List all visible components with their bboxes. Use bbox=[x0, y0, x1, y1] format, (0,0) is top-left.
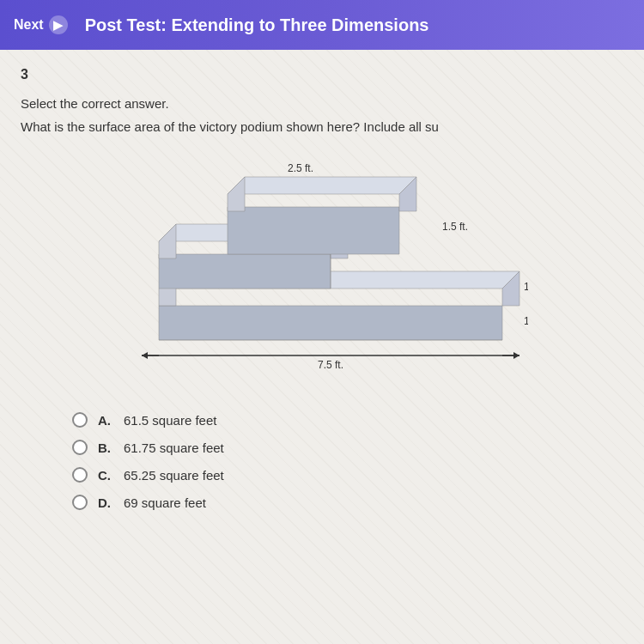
option-b[interactable]: B. 61.75 square feet bbox=[72, 440, 623, 455]
instruction-text: Select the correct answer. bbox=[21, 96, 623, 111]
main-content: 3 Select the correct answer. What is the… bbox=[0, 50, 644, 644]
label-right-height1: 1.5 ft. bbox=[524, 281, 528, 293]
svg-marker-5 bbox=[159, 254, 331, 289]
svg-marker-12 bbox=[228, 177, 245, 211]
radio-d[interactable] bbox=[72, 495, 88, 510]
label-top-width: 2.5 ft. bbox=[288, 162, 313, 174]
option-d[interactable]: D. 69 square feet bbox=[72, 495, 623, 510]
svg-marker-10 bbox=[228, 207, 399, 254]
next-button[interactable]: Next ▶ bbox=[14, 15, 68, 34]
diagram-container: 2.5 ft. 1.5 ft. 2.5 ft. 1.5 ft. 1.5 ft. bbox=[21, 151, 623, 392]
option-b-text: 61.75 square feet bbox=[124, 440, 224, 455]
label-right-height2: 1.5 ft. bbox=[524, 315, 528, 327]
options-list: A. 61.5 square feet B. 61.75 square feet… bbox=[72, 412, 623, 510]
option-c-letter: C. bbox=[98, 468, 113, 483]
label-middle-height: 1.5 ft. bbox=[442, 221, 468, 233]
option-c[interactable]: C. 65.25 square feet bbox=[72, 467, 623, 483]
option-d-text: 69 square feet bbox=[124, 495, 206, 510]
radio-b[interactable] bbox=[72, 440, 88, 455]
option-a[interactable]: A. 61.5 square feet bbox=[72, 412, 623, 428]
svg-marker-7 bbox=[159, 224, 176, 258]
label-bottom-width: 7.5 ft. bbox=[318, 359, 343, 371]
option-c-text: 65.25 square feet bbox=[124, 468, 224, 483]
podium-svg: 2.5 ft. 1.5 ft. 2.5 ft. 1.5 ft. 1.5 ft. bbox=[133, 160, 528, 374]
svg-marker-11 bbox=[228, 177, 416, 194]
option-a-letter: A. bbox=[98, 413, 113, 428]
question-number: 3 bbox=[21, 67, 623, 82]
next-label: Next bbox=[14, 17, 44, 33]
next-arrow-icon: ▶ bbox=[49, 15, 68, 34]
option-d-letter: D. bbox=[98, 495, 113, 510]
diagram-inner: 2.5 ft. 1.5 ft. 2.5 ft. 1.5 ft. 1.5 ft. bbox=[116, 151, 528, 374]
radio-c[interactable] bbox=[72, 467, 88, 483]
svg-marker-0 bbox=[159, 306, 502, 340]
page-title: Post Test: Extending to Three Dimensions bbox=[85, 15, 429, 35]
radio-a[interactable] bbox=[72, 412, 88, 428]
question-text: What is the surface area of the victory … bbox=[21, 119, 623, 134]
option-a-text: 61.5 square feet bbox=[124, 413, 216, 428]
option-b-letter: B. bbox=[98, 440, 113, 455]
top-bar: Next ▶ Post Test: Extending to Three Dim… bbox=[0, 0, 644, 50]
